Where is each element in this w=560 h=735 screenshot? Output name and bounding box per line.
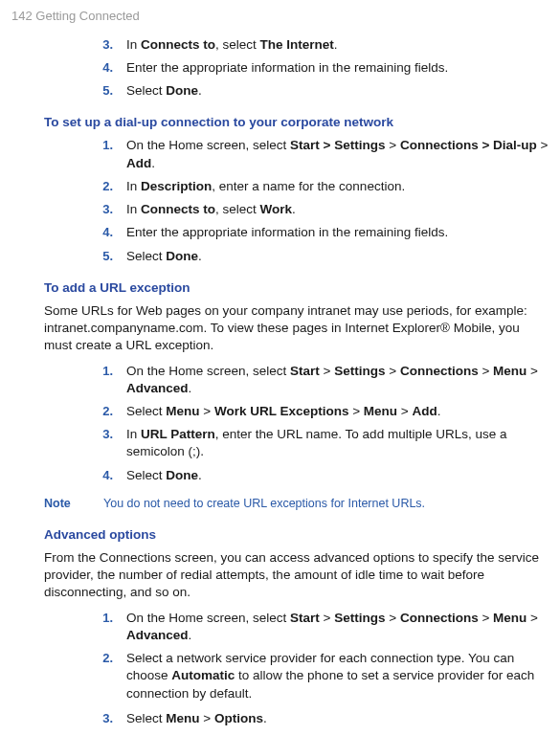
- page-header: 142 Getting Connected: [0, 0, 560, 25]
- step-number: 3.: [73, 201, 126, 218]
- step-number: 1.: [73, 137, 126, 171]
- step-number: 5.: [73, 82, 126, 100]
- step-number: 2.: [73, 178, 126, 195]
- note-body: You do not need to create URL exceptions…: [103, 496, 549, 512]
- section-heading: To add a URL exception: [44, 279, 549, 297]
- step-number: 1.: [73, 610, 126, 644]
- step-number: 3.: [73, 426, 126, 460]
- step-number: 2.: [73, 403, 126, 420]
- step-body: Select Menu > Options.: [126, 710, 549, 727]
- step-body: Select Menu > Work URL Exceptions > Menu…: [126, 403, 549, 420]
- step-number: 4.: [73, 224, 126, 241]
- step-number: 4.: [73, 467, 126, 484]
- step-number: 3.: [73, 710, 126, 727]
- section-intro: Some URLs for Web pages on your company …: [44, 302, 549, 355]
- step-body: On the Home screen, select Start > Setti…: [126, 363, 549, 397]
- step-body: In Description, enter a name for the con…: [126, 178, 549, 195]
- step-body: Enter the appropriate information in the…: [126, 224, 549, 241]
- step-body: In Connects to, select Work.: [126, 201, 549, 218]
- step-number: 4.: [73, 59, 126, 77]
- section-heading: To set up a dial-up connection to your c…: [44, 114, 549, 131]
- step-body: Enter the appropriate information in the…: [126, 59, 549, 77]
- section-heading: Advanced options: [44, 526, 549, 544]
- step-body: Select Done.: [126, 248, 549, 265]
- page-content: 3. In Connects to, select The Internet. …: [0, 36, 560, 727]
- step-body: Select Done.: [126, 467, 549, 484]
- section-intro: From the Connections screen, you can acc…: [44, 549, 549, 602]
- step-body: On the Home screen, select Start > Setti…: [126, 610, 549, 644]
- step-number: 3.: [73, 36, 126, 54]
- step-number: 1.: [73, 363, 126, 397]
- step-number: 2.: [73, 650, 126, 702]
- step-body: In Connects to, select The Internet.: [126, 36, 549, 54]
- step-body: In URL Pattern, enter the URL name. To a…: [126, 426, 549, 460]
- step-number: 5.: [73, 248, 126, 265]
- step-body: Select a network service provider for ea…: [126, 650, 549, 702]
- step-body: On the Home screen, select Start > Setti…: [126, 137, 549, 171]
- note-block: Note You do not need to create URL excep…: [44, 496, 549, 512]
- note-label: Note: [44, 496, 103, 512]
- step-body: Select Done.: [126, 82, 549, 100]
